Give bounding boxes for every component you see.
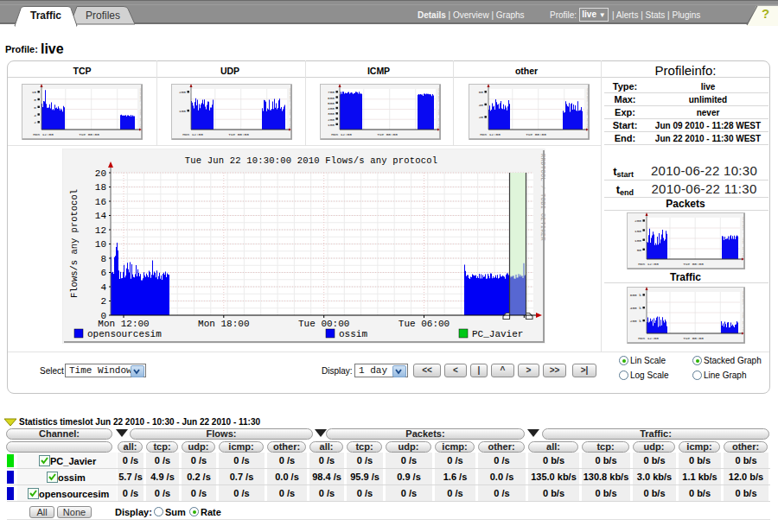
svg-text:2: 2: [100, 296, 106, 307]
svg-text:Tue 00:00: Tue 00:00: [683, 262, 704, 266]
svg-text:300: 300: [328, 111, 335, 116]
svg-text:600 k: 600 k: [630, 293, 642, 297]
svg-text:Mon 12:00: Mon 12:00: [638, 262, 659, 266]
svg-text:Tue 06:00: Tue 06:00: [399, 319, 450, 329]
svg-text:200 k: 200 k: [630, 319, 642, 323]
svg-text:Tue 00:00: Tue 00:00: [298, 319, 349, 329]
svg-text:500: 500: [328, 101, 335, 105]
svg-text:200: 200: [179, 90, 186, 94]
svg-text:16: 16: [95, 197, 106, 207]
svg-text:Flows/s any protocol: Flows/s any protocol: [69, 189, 80, 298]
svg-text:100: 100: [635, 238, 641, 243]
svg-text:10: 10: [95, 239, 106, 250]
svg-text:Mon 12:00: Mon 12:00: [480, 132, 501, 136]
svg-text:150: 150: [635, 229, 641, 233]
svg-text:Mon 12:00: Mon 12:00: [33, 132, 54, 136]
svg-text:Tue 00:00: Tue 00:00: [526, 132, 546, 136]
svg-text:RRDTOOL / TOBI OETIKER: RRDTOOL / TOBI OETIKER: [139, 88, 143, 132]
svg-text:200: 200: [328, 117, 335, 122]
svg-text:Tue 00:00: Tue 00:00: [228, 132, 249, 136]
svg-text:200: 200: [635, 218, 641, 223]
svg-text:20: 20: [479, 115, 484, 119]
svg-text:100: 100: [179, 109, 186, 113]
svg-text:RRDTOOL / TOBI OETIKER: RRDTOOL / TOBI OETIKER: [437, 88, 441, 132]
svg-text:400: 400: [328, 106, 335, 111]
svg-text:100: 100: [328, 123, 335, 127]
svg-text:8: 8: [100, 254, 106, 264]
svg-text:700: 700: [328, 90, 335, 94]
svg-text:600: 600: [328, 96, 335, 100]
svg-text:2: 2: [34, 120, 36, 124]
svg-text:10: 10: [32, 90, 37, 94]
svg-text:18: 18: [95, 182, 106, 193]
svg-text:4: 4: [100, 282, 106, 293]
svg-text:6: 6: [100, 268, 106, 278]
svg-text:12: 12: [95, 225, 106, 236]
svg-text:Mon 18:00: Mon 18:00: [198, 319, 249, 329]
svg-text:6: 6: [34, 105, 36, 110]
svg-text:Mon 12:00: Mon 12:00: [638, 336, 659, 340]
svg-text:Tue 00:00: Tue 00:00: [377, 132, 398, 136]
svg-text:20: 20: [95, 168, 106, 179]
svg-text:14: 14: [95, 211, 107, 221]
svg-text:50: 50: [637, 248, 642, 252]
svg-text:40: 40: [479, 103, 484, 107]
svg-text:RRDTOOL / TOBI OETIKER: RRDTOOL / TOBI OETIKER: [539, 154, 545, 242]
svg-text:RRDTOOL / TOBI OETIKER: RRDTOOL / TOBI OETIKER: [742, 217, 745, 261]
svg-text:Mon 12:00: Mon 12:00: [98, 319, 149, 329]
svg-text:60: 60: [479, 90, 484, 94]
svg-text:400 k: 400 k: [630, 306, 642, 310]
svg-text:RRDTOOL / TOBI OETIKER: RRDTOOL / TOBI OETIKER: [289, 88, 292, 132]
svg-text:Tue 00:00: Tue 00:00: [683, 336, 704, 340]
svg-text:RRDTOOL / TOBI OETIKER: RRDTOOL / TOBI OETIKER: [742, 291, 745, 335]
svg-text:ossim: ossim: [339, 329, 367, 339]
svg-text:Tue Jun 22 10:30:00 2010 Flows: Tue Jun 22 10:30:00 2010 Flows/s any pro…: [185, 155, 438, 166]
svg-text:8: 8: [34, 98, 36, 102]
svg-text:Mon 12:00: Mon 12:00: [182, 132, 203, 136]
svg-text:PC_Javier: PC_Javier: [472, 329, 523, 339]
svg-text:Tue 00:00: Tue 00:00: [79, 132, 99, 136]
svg-text:Mon 12:00: Mon 12:00: [331, 132, 352, 136]
svg-text:RRDTOOL / TOBI OETIKER: RRDTOOL / TOBI OETIKER: [586, 88, 590, 132]
svg-text:opensourcesim: opensourcesim: [87, 329, 162, 339]
svg-text:4: 4: [34, 113, 36, 117]
